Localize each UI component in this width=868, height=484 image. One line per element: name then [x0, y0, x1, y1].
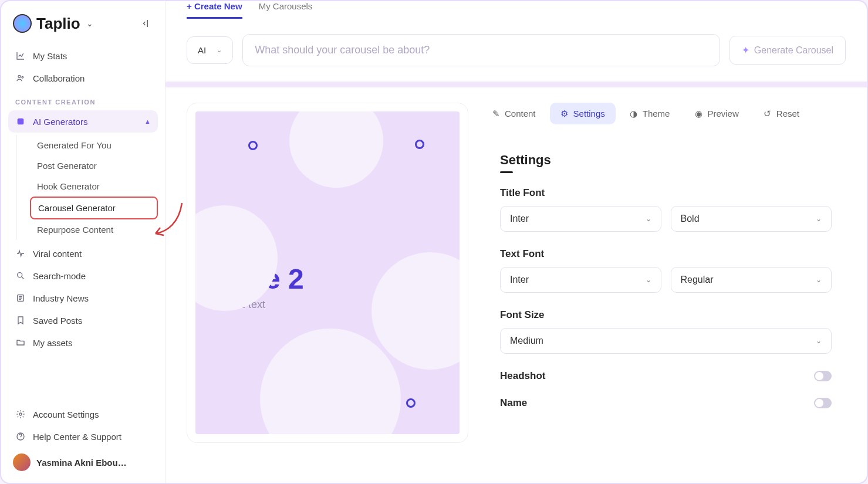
- decoration-ring-icon: [406, 398, 416, 408]
- sidebar-item-ai-generators[interactable]: AI Generators ▲: [8, 110, 158, 133]
- slide-preview-card: 2 Slide 2 Slide 2 text: [187, 103, 468, 443]
- sidebar-item-post-generator[interactable]: Post Generator: [30, 155, 158, 176]
- headshot-label: Headshot: [500, 370, 545, 382]
- user-menu[interactable]: Yasmina Akni Ebou…: [8, 448, 158, 477]
- app-name: Taplio: [36, 15, 80, 33]
- text-font-label: Text Font: [500, 248, 832, 260]
- pencil-icon: ✎: [492, 110, 500, 118]
- sidebar-item-label: Collaboration: [33, 73, 85, 83]
- stats-icon: [15, 50, 26, 61]
- panel-tab-theme[interactable]: ◑ Theme: [619, 103, 681, 124]
- svg-point-5: [19, 413, 22, 415]
- sidebar-item-help[interactable]: Help Center & Support: [8, 425, 158, 448]
- ai-icon: [15, 116, 26, 127]
- title-font-weight-select[interactable]: Bold⌄: [671, 206, 832, 232]
- panel-tab-preview[interactable]: ◉ Preview: [684, 103, 749, 124]
- chevron-down-icon: ⌄: [816, 337, 822, 345]
- sidebar-section-label: CONTENT CREATION: [8, 89, 158, 110]
- news-icon: [15, 293, 26, 303]
- eye-icon: ◉: [694, 110, 702, 118]
- sidebar-item-saved-posts[interactable]: Saved Posts: [8, 309, 158, 331]
- gear-icon: [15, 409, 26, 419]
- text-font-family-select[interactable]: Inter⌄: [500, 267, 661, 293]
- svg-rect-2: [18, 119, 24, 125]
- chevron-down-icon: ⌄: [816, 276, 822, 284]
- decoration-ring-icon: [415, 140, 424, 149]
- folder-icon: [15, 337, 26, 348]
- sidebar-item-label: AI Generators: [33, 117, 87, 127]
- settings-heading: Settings: [500, 153, 832, 168]
- reset-icon: ↺: [764, 110, 772, 118]
- chevron-down-icon: ⌄: [86, 19, 93, 28]
- sliders-icon: ⚙: [560, 110, 569, 118]
- user-name: Yasmina Akni Ebou…: [36, 458, 127, 468]
- generate-carousel-button[interactable]: ✦ Generate Carousel: [729, 36, 846, 65]
- users-icon: [15, 73, 26, 83]
- help-icon: [15, 431, 26, 442]
- name-toggle[interactable]: [814, 398, 832, 408]
- workspace-switcher[interactable]: Taplio ⌄: [13, 14, 93, 33]
- sidebar-item-generated-for-you[interactable]: Generated For You: [30, 135, 158, 155]
- font-size-select[interactable]: Medium⌄: [500, 328, 832, 354]
- name-label: Name: [500, 397, 527, 409]
- sidebar-item-repurpose-content[interactable]: Repurpose Content: [30, 219, 158, 240]
- search-icon: [15, 270, 26, 281]
- tab-create-new[interactable]: + Create New: [187, 1, 242, 19]
- chevron-down-icon: ⌄: [816, 215, 822, 223]
- avatar: [13, 453, 31, 471]
- sidebar: Taplio ⌄ My Stats Collaboration CONTENT …: [1, 1, 166, 483]
- svg-point-0: [18, 75, 21, 77]
- title-font-label: Title Font: [500, 187, 832, 199]
- slide-canvas[interactable]: 2 Slide 2 Slide 2 text: [195, 111, 460, 434]
- svg-point-3: [18, 273, 22, 277]
- sparkle-icon: ✦: [742, 45, 749, 56]
- headshot-toggle[interactable]: [814, 371, 832, 381]
- palette-icon: ◑: [630, 110, 638, 118]
- logo-icon: [13, 14, 32, 33]
- sidebar-item-account-settings[interactable]: Account Settings: [8, 403, 158, 425]
- svg-point-1: [22, 76, 23, 78]
- chevron-down-icon: ⌄: [217, 46, 222, 54]
- sidebar-item-label: My Stats: [33, 51, 67, 61]
- panel-tab-settings[interactable]: ⚙ Settings: [550, 103, 616, 124]
- sidebar-item-my-assets[interactable]: My assets: [8, 331, 158, 354]
- sidebar-item-my-stats[interactable]: My Stats: [8, 45, 158, 67]
- pulse-icon: [15, 248, 26, 259]
- tab-my-carousels[interactable]: My Carousels: [259, 1, 313, 17]
- title-font-family-select[interactable]: Inter⌄: [500, 206, 661, 232]
- panel-tab-reset[interactable]: ↺ Reset: [753, 103, 810, 124]
- main-content: + Create New My Carousels AI ⌄ ✦ Generat…: [166, 1, 867, 483]
- sidebar-item-industry-news[interactable]: Industry News: [8, 287, 158, 309]
- sidebar-item-search-mode[interactable]: Search-mode: [8, 265, 158, 287]
- decoration-ring-icon: [248, 141, 258, 150]
- sidebar-item-carousel-generator[interactable]: Carousel Generator: [30, 197, 158, 219]
- carousel-topic-input[interactable]: [242, 34, 720, 66]
- heading-underline: [500, 171, 513, 173]
- chevron-down-icon: ⌄: [646, 215, 651, 223]
- collapse-sidebar-button[interactable]: [139, 16, 153, 31]
- divider: [166, 82, 867, 87]
- bookmark-icon: [15, 315, 26, 326]
- caret-up-icon: ▲: [144, 118, 151, 125]
- chevron-down-icon: ⌄: [646, 276, 651, 284]
- ai-mode-select[interactable]: AI ⌄: [187, 36, 233, 64]
- sidebar-item-viral-content[interactable]: Viral content: [8, 242, 158, 265]
- font-size-label: Font Size: [500, 309, 832, 321]
- sidebar-item-collaboration[interactable]: Collaboration: [8, 67, 158, 89]
- text-font-weight-select[interactable]: Regular⌄: [671, 267, 832, 293]
- panel-tab-content[interactable]: ✎ Content: [481, 103, 546, 124]
- sidebar-item-hook-generator[interactable]: Hook Generator: [30, 176, 158, 197]
